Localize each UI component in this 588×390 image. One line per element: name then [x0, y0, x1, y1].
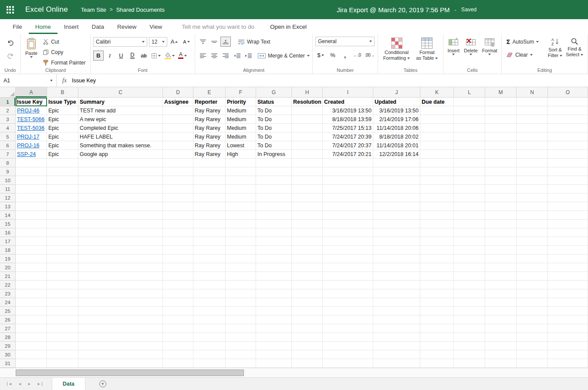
cell-A4[interactable]: TEST-5036: [16, 124, 47, 132]
cell-O3[interactable]: [548, 115, 588, 124]
cell-H28[interactable]: [292, 333, 323, 342]
cell-G6[interactable]: To Do: [256, 141, 292, 150]
cell-N30[interactable]: [517, 350, 548, 359]
cell-M30[interactable]: [485, 350, 517, 359]
cell-L13[interactable]: [454, 202, 485, 211]
add-sheet-button[interactable]: +: [99, 380, 106, 387]
merge-center-button[interactable]: Merge & Center: [256, 51, 311, 61]
cell-O31[interactable]: [548, 359, 588, 368]
cell-L4[interactable]: [454, 124, 485, 132]
cell-N28[interactable]: [517, 333, 548, 342]
cell-F20[interactable]: [226, 263, 256, 272]
cell-O11[interactable]: [548, 185, 588, 193]
cell-E30[interactable]: [193, 350, 226, 359]
cell-B14[interactable]: [47, 211, 78, 220]
cell-J10[interactable]: [373, 176, 420, 185]
cell-K8[interactable]: [420, 159, 454, 167]
cell-O14[interactable]: [548, 211, 588, 220]
cell-N1[interactable]: [517, 98, 548, 106]
cell-L22[interactable]: [454, 281, 485, 289]
cell-L31[interactable]: [454, 359, 485, 368]
cell-A15[interactable]: [16, 220, 47, 228]
format-as-table-button[interactable]: Format as Table: [414, 37, 439, 62]
cell-C8[interactable]: [78, 159, 163, 167]
align-top-button[interactable]: [198, 37, 208, 47]
cell-J28[interactable]: [373, 333, 420, 342]
cell-A26[interactable]: [16, 315, 47, 324]
cell-A1[interactable]: Issue Key: [16, 98, 47, 106]
cell-N15[interactable]: [517, 220, 548, 228]
cell-A30[interactable]: [16, 350, 47, 359]
cell-J2[interactable]: 3/16/2019 13:50: [373, 106, 420, 115]
row-header-28[interactable]: 28: [0, 333, 16, 342]
cell-K22[interactable]: [420, 281, 454, 289]
cell-D24[interactable]: [163, 298, 193, 307]
cell-O30[interactable]: [548, 350, 588, 359]
cell-J3[interactable]: 2/14/2019 17:06: [373, 115, 420, 124]
sort-filter-button[interactable]: AZ Sort & Filter: [546, 37, 564, 60]
cell-M24[interactable]: [485, 298, 517, 307]
cell-G29[interactable]: [256, 342, 292, 350]
cell-B13[interactable]: [47, 202, 78, 211]
cell-E19[interactable]: [193, 254, 226, 263]
decrease-indent-button[interactable]: [232, 51, 242, 61]
cell-K20[interactable]: [420, 263, 454, 272]
cell-J17[interactable]: [373, 237, 420, 246]
cell-O28[interactable]: [548, 333, 588, 342]
cell-N29[interactable]: [517, 342, 548, 350]
cell-N11[interactable]: [517, 185, 548, 193]
cell-O7[interactable]: [548, 150, 588, 159]
bold-button[interactable]: B: [93, 51, 104, 61]
conditional-formatting-button[interactable]: Conditional Formatting: [382, 37, 412, 62]
cell-I23[interactable]: [323, 289, 373, 298]
cell-N5[interactable]: [517, 132, 548, 141]
column-header-E[interactable]: E: [193, 87, 226, 98]
cell-I22[interactable]: [323, 281, 373, 289]
cell-D8[interactable]: [163, 159, 193, 167]
cell-H3[interactable]: [292, 115, 323, 124]
cell-D2[interactable]: [163, 106, 193, 115]
cell-K31[interactable]: [420, 359, 454, 368]
cell-B10[interactable]: [47, 176, 78, 185]
cell-D19[interactable]: [163, 254, 193, 263]
column-header-K[interactable]: K: [420, 87, 454, 98]
cell-N19[interactable]: [517, 254, 548, 263]
cell-H31[interactable]: [292, 359, 323, 368]
horizontal-scrollbar-thumb[interactable]: [16, 370, 244, 376]
cell-O29[interactable]: [548, 342, 588, 350]
cell-E25[interactable]: [193, 307, 226, 315]
cell-L17[interactable]: [454, 237, 485, 246]
sheet-tab-data[interactable]: Data: [52, 378, 85, 390]
cell-N9[interactable]: [517, 167, 548, 176]
cell-C13[interactable]: [78, 202, 163, 211]
cell-D18[interactable]: [163, 246, 193, 254]
cell-E3[interactable]: Ray Rarey: [193, 115, 226, 124]
cell-N20[interactable]: [517, 263, 548, 272]
cell-K11[interactable]: [420, 185, 454, 193]
cell-E16[interactable]: [193, 228, 226, 237]
align-bottom-button[interactable]: [220, 37, 231, 47]
cell-K9[interactable]: [420, 167, 454, 176]
cell-G10[interactable]: [256, 176, 292, 185]
cell-G2[interactable]: To Do: [256, 106, 292, 115]
cell-K3[interactable]: [420, 115, 454, 124]
cell-C10[interactable]: [78, 176, 163, 185]
cell-F27[interactable]: [226, 324, 256, 333]
cell-C24[interactable]: [78, 298, 163, 307]
cell-G27[interactable]: [256, 324, 292, 333]
first-sheet-button[interactable]: ◄: [7, 382, 12, 386]
cell-E20[interactable]: [193, 263, 226, 272]
cell-G18[interactable]: [256, 246, 292, 254]
cell-H12[interactable]: [292, 193, 323, 202]
cell-O19[interactable]: [548, 254, 588, 263]
cell-L14[interactable]: [454, 211, 485, 220]
column-header-B[interactable]: B: [47, 87, 78, 98]
italic-button[interactable]: I: [105, 51, 115, 61]
insert-cells-button[interactable]: Insert: [446, 37, 461, 56]
cell-B23[interactable]: [47, 289, 78, 298]
cell-B30[interactable]: [47, 350, 78, 359]
cell-A9[interactable]: [16, 167, 47, 176]
cell-F10[interactable]: [226, 176, 256, 185]
column-header-M[interactable]: M: [485, 87, 517, 98]
cell-M28[interactable]: [485, 333, 517, 342]
